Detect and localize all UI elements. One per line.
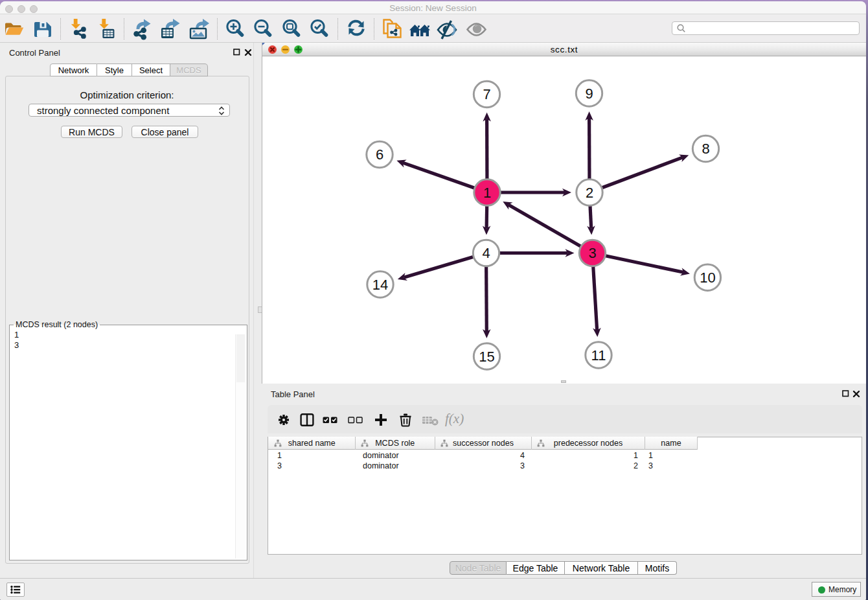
svg-text:8: 8 bbox=[702, 141, 709, 157]
svg-text:3: 3 bbox=[588, 245, 596, 261]
svg-text:6: 6 bbox=[376, 146, 383, 163]
svg-text:15: 15 bbox=[479, 349, 494, 365]
svg-text:14: 14 bbox=[372, 277, 388, 293]
svg-text:10: 10 bbox=[700, 270, 715, 286]
svg-text:2: 2 bbox=[586, 185, 593, 201]
svg-text:7: 7 bbox=[483, 86, 490, 102]
svg-text:4: 4 bbox=[482, 245, 490, 261]
svg-text:11: 11 bbox=[591, 347, 606, 363]
svg-text:1: 1 bbox=[483, 185, 491, 201]
svg-text:9: 9 bbox=[585, 86, 593, 102]
